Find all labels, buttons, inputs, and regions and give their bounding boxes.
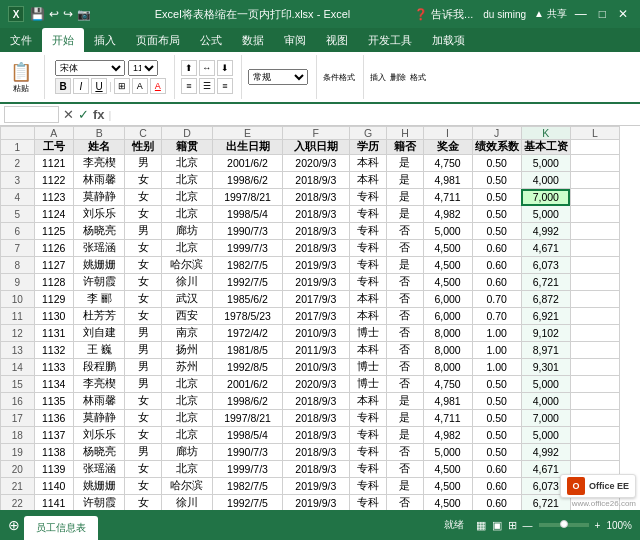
cell-C21[interactable]: 女 <box>125 478 161 495</box>
align-right-button[interactable]: ≡ <box>217 78 233 94</box>
cell-J9[interactable]: 0.60 <box>472 274 521 291</box>
cell-L17[interactable] <box>570 410 619 427</box>
cell-D3[interactable]: 北京 <box>161 172 213 189</box>
cell-C1[interactable]: 性别 <box>125 140 161 155</box>
cell-H12[interactable]: 否 <box>387 325 423 342</box>
cell-J21[interactable]: 0.60 <box>472 478 521 495</box>
cell-A3[interactable]: 1122 <box>34 172 73 189</box>
cell-B6[interactable]: 杨晓亮 <box>73 223 125 240</box>
close-button[interactable]: ✕ <box>614 7 632 21</box>
number-format-select[interactable]: 常规 <box>248 69 308 85</box>
cell-F9[interactable]: 2019/9/3 <box>282 274 349 291</box>
cell-L9[interactable] <box>570 274 619 291</box>
cell-I8[interactable]: 4,500 <box>423 257 472 274</box>
formula-confirm-icon[interactable]: ✓ <box>78 107 89 122</box>
cell-J13[interactable]: 1.00 <box>472 342 521 359</box>
cell-J5[interactable]: 0.50 <box>472 206 521 223</box>
cell-C7[interactable]: 女 <box>125 240 161 257</box>
cell-G21[interactable]: 专科 <box>349 478 386 495</box>
save-icon[interactable]: 💾 <box>30 7 45 21</box>
cell-E6[interactable]: 1990/7/3 <box>213 223 282 240</box>
cell-H3[interactable]: 是 <box>387 172 423 189</box>
cell-E7[interactable]: 1999/7/3 <box>213 240 282 257</box>
cell-C9[interactable]: 女 <box>125 274 161 291</box>
cell-D21[interactable]: 哈尔滨 <box>161 478 213 495</box>
cell-B9[interactable]: 许朝霞 <box>73 274 125 291</box>
col-header-K[interactable]: K <box>521 127 570 140</box>
cell-B2[interactable]: 李亮楔 <box>73 155 125 172</box>
cell-B15[interactable]: 李亮楔 <box>73 376 125 393</box>
cell-G22[interactable]: 专科 <box>349 495 386 512</box>
cell-D2[interactable]: 北京 <box>161 155 213 172</box>
cell-L18[interactable] <box>570 427 619 444</box>
cell-H15[interactable]: 否 <box>387 376 423 393</box>
tab-page-layout[interactable]: 页面布局 <box>126 28 190 52</box>
cell-I5[interactable]: 4,982 <box>423 206 472 223</box>
cell-K19[interactable]: 4,992 <box>521 444 570 461</box>
cell-A19[interactable]: 1138 <box>34 444 73 461</box>
cell-C22[interactable]: 女 <box>125 495 161 512</box>
align-middle-button[interactable]: ↔ <box>199 60 215 76</box>
maximize-button[interactable]: □ <box>595 7 610 21</box>
cell-E8[interactable]: 1982/7/5 <box>213 257 282 274</box>
cell-J8[interactable]: 0.60 <box>472 257 521 274</box>
cell-E2[interactable]: 2001/6/2 <box>213 155 282 172</box>
col-header-A[interactable]: A <box>34 127 73 140</box>
cell-L4[interactable] <box>570 189 619 206</box>
cell-C8[interactable]: 女 <box>125 257 161 274</box>
col-header-F[interactable]: F <box>282 127 349 140</box>
cell-C18[interactable]: 女 <box>125 427 161 444</box>
cell-D22[interactable]: 徐川 <box>161 495 213 512</box>
cell-B14[interactable]: 段程鹏 <box>73 359 125 376</box>
tab-addins[interactable]: 加载项 <box>422 28 475 52</box>
delete-cell-button[interactable]: 删除 <box>390 72 406 83</box>
cell-B17[interactable]: 莫静静 <box>73 410 125 427</box>
cell-E11[interactable]: 1978/5/23 <box>213 308 282 325</box>
cell-B19[interactable]: 杨晓亮 <box>73 444 125 461</box>
cell-E22[interactable]: 1992/7/5 <box>213 495 282 512</box>
cell-I18[interactable]: 4,982 <box>423 427 472 444</box>
cell-A20[interactable]: 1139 <box>34 461 73 478</box>
cell-H19[interactable]: 否 <box>387 444 423 461</box>
cell-J22[interactable]: 0.60 <box>472 495 521 512</box>
tab-view[interactable]: 视图 <box>316 28 358 52</box>
cell-C5[interactable]: 女 <box>125 206 161 223</box>
cell-J15[interactable]: 0.50 <box>472 376 521 393</box>
cell-D11[interactable]: 西安 <box>161 308 213 325</box>
cell-D20[interactable]: 北京 <box>161 461 213 478</box>
cell-L6[interactable] <box>570 223 619 240</box>
cell-D5[interactable]: 北京 <box>161 206 213 223</box>
cell-K6[interactable]: 4,992 <box>521 223 570 240</box>
spreadsheet-area[interactable]: A B C D E F G H I J K L 1 工号 <box>0 126 640 514</box>
cell-I16[interactable]: 4,981 <box>423 393 472 410</box>
cell-B11[interactable]: 杜芳芳 <box>73 308 125 325</box>
cell-A7[interactable]: 1126 <box>34 240 73 257</box>
cell-G9[interactable]: 专科 <box>349 274 386 291</box>
cell-F18[interactable]: 2018/9/3 <box>282 427 349 444</box>
tab-formulas[interactable]: 公式 <box>190 28 232 52</box>
cell-I13[interactable]: 8,000 <box>423 342 472 359</box>
cell-G14[interactable]: 博士 <box>349 359 386 376</box>
cell-G1[interactable]: 学历 <box>349 140 386 155</box>
font-size-select[interactable]: 11 <box>128 60 158 76</box>
cell-L11[interactable] <box>570 308 619 325</box>
cell-D1[interactable]: 籍贯 <box>161 140 213 155</box>
cell-F1[interactable]: 入职日期 <box>282 140 349 155</box>
cell-J2[interactable]: 0.50 <box>472 155 521 172</box>
cell-F3[interactable]: 2018/9/3 <box>282 172 349 189</box>
cell-H20[interactable]: 否 <box>387 461 423 478</box>
cell-G6[interactable]: 专科 <box>349 223 386 240</box>
cell-K5[interactable]: 5,000 <box>521 206 570 223</box>
redo-icon[interactable]: ↪ <box>63 7 73 21</box>
cell-K13[interactable]: 8,971 <box>521 342 570 359</box>
help-icon[interactable]: ❓ 告诉我... <box>414 7 473 22</box>
cell-H21[interactable]: 是 <box>387 478 423 495</box>
tab-file[interactable]: 文件 <box>0 28 42 52</box>
cell-K16[interactable]: 4,000 <box>521 393 570 410</box>
normal-view-icon[interactable]: ▦ <box>476 519 486 532</box>
formula-insert-icon[interactable]: fx <box>93 107 105 122</box>
cell-G18[interactable]: 专科 <box>349 427 386 444</box>
formula-cancel-icon[interactable]: ✕ <box>63 107 74 122</box>
cell-C3[interactable]: 女 <box>125 172 161 189</box>
cell-C2[interactable]: 男 <box>125 155 161 172</box>
